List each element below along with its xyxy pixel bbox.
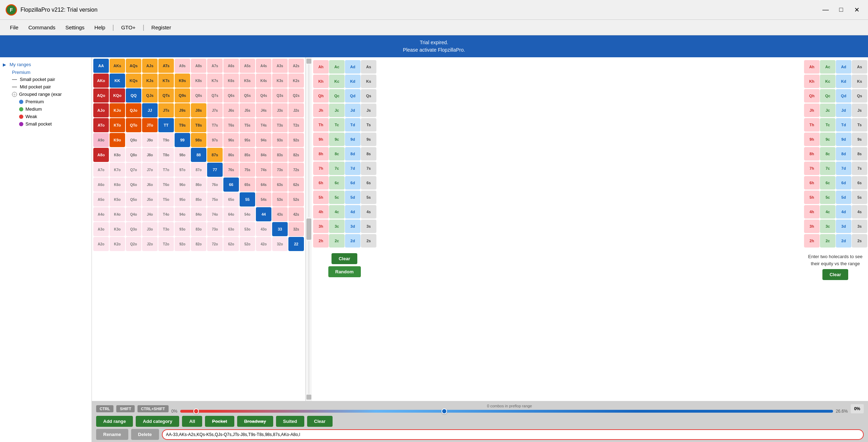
slider-container[interactable]: 0% 26.6% — [171, 409, 848, 414]
hand-cell-A3s[interactable]: A3s — [272, 59, 288, 73]
hand-cell-J4s[interactable]: J4s — [256, 103, 271, 117]
clear-range-button[interactable]: Clear — [307, 416, 333, 427]
hand-cell-Q9o[interactable]: Q9o — [126, 133, 141, 147]
slider-track[interactable] — [180, 410, 833, 413]
hand-cell-65o[interactable]: 65o — [223, 192, 239, 207]
card-Ts[interactable]: Ts — [852, 118, 867, 132]
card-Ac[interactable]: Ac — [820, 60, 835, 74]
card-Jc[interactable]: Jc — [820, 104, 835, 117]
sidebar-small-pocket-pair[interactable]: Small pocket pair — [10, 76, 89, 83]
rename-button[interactable]: Rename — [96, 429, 128, 440]
hand-cell-A2s[interactable]: A2s — [288, 59, 304, 73]
expand-grouped[interactable]: ○ — [12, 92, 17, 97]
hand-cell-Q7s[interactable]: Q7s — [207, 88, 223, 103]
hand-cell-K7s[interactable]: K7s — [207, 74, 223, 88]
hand-cell-ATo[interactable]: ATo — [93, 118, 109, 132]
card-7c[interactable]: 7c — [820, 162, 835, 175]
sidebar-premium[interactable]: Premium — [17, 98, 89, 105]
hand-cell-QTo[interactable]: QTo — [126, 118, 141, 132]
hand-cell-53s[interactable]: 53s — [272, 192, 288, 207]
menu-help[interactable]: Help — [90, 22, 110, 33]
hand-cell-K4s[interactable]: K4s — [256, 74, 271, 88]
close-button[interactable]: ✕ — [851, 4, 862, 16]
hand-cell-82s[interactable]: 82s — [288, 148, 304, 162]
card-9c[interactable]: 9c — [820, 133, 835, 146]
hand-cell-KTs[interactable]: KTs — [158, 74, 174, 88]
hand-cell-A3o[interactable]: A3o — [93, 222, 109, 236]
shift-button[interactable]: SHIFT — [116, 405, 135, 412]
card-Ad[interactable]: Ad — [345, 60, 360, 74]
hand-cell-J7o[interactable]: J7o — [142, 163, 158, 177]
hand-cell-84o[interactable]: 84o — [191, 207, 206, 221]
hand-cell-52s[interactable]: 52s — [288, 192, 304, 207]
hand-cell-76s[interactable]: 76s — [223, 163, 239, 177]
hand-cell-43o[interactable]: 43o — [256, 222, 271, 236]
delete-button[interactable]: Delete — [131, 429, 159, 440]
card-Th[interactable]: Th — [313, 118, 329, 132]
hand-cell-Q6s[interactable]: Q6s — [223, 88, 239, 103]
card-3c[interactable]: 3c — [329, 220, 345, 233]
hand-cell-T2o[interactable]: T2o — [158, 237, 174, 251]
hand-cell-J6s[interactable]: J6s — [223, 103, 239, 117]
hand-cell-KTo[interactable]: KTo — [110, 118, 125, 132]
card-8h[interactable]: 8h — [804, 147, 820, 161]
card-4h[interactable]: 4h — [804, 205, 820, 219]
card-4s[interactable]: 4s — [852, 205, 867, 219]
card-5c[interactable]: 5c — [820, 191, 835, 204]
card-Qh[interactable]: Qh — [313, 89, 329, 103]
card-Qh[interactable]: Qh — [804, 89, 820, 103]
card-Qd[interactable]: Qd — [836, 89, 851, 103]
hand-cell-95o[interactable]: 95o — [175, 192, 190, 207]
card-4c[interactable]: 4c — [820, 205, 835, 219]
hand-cell-33[interactable]: 33 — [272, 222, 288, 236]
hand-cell-K2s[interactable]: K2s — [288, 74, 304, 88]
hand-cell-Q8s[interactable]: Q8s — [191, 88, 206, 103]
hand-cell-65s[interactable]: 65s — [240, 178, 255, 192]
hand-cell-98s[interactable]: 98s — [191, 133, 206, 147]
all-button[interactable]: All — [182, 416, 202, 427]
hand-cell-QQ[interactable]: QQ — [126, 88, 141, 103]
hand-cell-75o[interactable]: 75o — [207, 192, 223, 207]
card-6d[interactable]: 6d — [836, 176, 851, 190]
hand-cell-52o[interactable]: 52o — [240, 237, 255, 251]
hand-cell-JTo[interactable]: JTo — [142, 118, 158, 132]
card-3c[interactable]: 3c — [820, 220, 835, 233]
card-6s[interactable]: 6s — [852, 176, 867, 190]
card-5d[interactable]: 5d — [836, 191, 851, 204]
hand-cell-Q3s[interactable]: Q3s — [272, 88, 288, 103]
hand-cell-84s[interactable]: 84s — [256, 148, 271, 162]
slider-thumb-red[interactable] — [193, 408, 199, 414]
card-Jd[interactable]: Jd — [345, 104, 360, 117]
broadway-button[interactable]: Broadway — [237, 416, 273, 427]
hand-cell-AKs[interactable]: AKs — [110, 59, 125, 73]
hand-cell-J2o[interactable]: J2o — [142, 237, 158, 251]
card-Jc[interactable]: Jc — [329, 104, 345, 117]
hand-cell-J9s[interactable]: J9s — [175, 103, 190, 117]
card-Ts[interactable]: Ts — [361, 118, 376, 132]
hand-cell-T8s[interactable]: T8s — [191, 118, 206, 132]
card-4s[interactable]: 4s — [361, 205, 376, 219]
hand-cell-43s[interactable]: 43s — [272, 207, 288, 221]
card-Kh[interactable]: Kh — [804, 75, 820, 88]
hand-cell-93o[interactable]: 93o — [175, 222, 190, 236]
card-5d[interactable]: 5d — [345, 191, 360, 204]
hand-cell-73s[interactable]: 73s — [272, 163, 288, 177]
sidebar-mid-pocket-pair[interactable]: Mid pocket pair — [10, 83, 89, 91]
card-6s[interactable]: 6s — [361, 176, 376, 190]
suited-button[interactable]: Suited — [276, 416, 304, 427]
card-Ah[interactable]: Ah — [313, 60, 329, 74]
hand-cell-K5s[interactable]: K5s — [240, 74, 255, 88]
card-4d[interactable]: 4d — [345, 205, 360, 219]
hand-cell-J3s[interactable]: J3s — [272, 103, 288, 117]
hand-cell-Q9s[interactable]: Q9s — [175, 88, 190, 103]
hand-cell-J5s[interactable]: J5s — [240, 103, 255, 117]
sidebar-grouped-range[interactable]: ○ Grouped range (exar — [10, 91, 89, 98]
hand-cell-A9o[interactable]: A9o — [93, 133, 109, 147]
card-2d[interactable]: 2d — [836, 234, 851, 248]
hand-cell-J3o[interactable]: J3o — [142, 222, 158, 236]
hand-cell-83o[interactable]: 83o — [191, 222, 206, 236]
hand-cell-AA[interactable]: AA — [93, 59, 109, 73]
card-3s[interactable]: 3s — [852, 220, 867, 233]
card-7s[interactable]: 7s — [361, 162, 376, 175]
card-2d[interactable]: 2d — [345, 234, 360, 248]
